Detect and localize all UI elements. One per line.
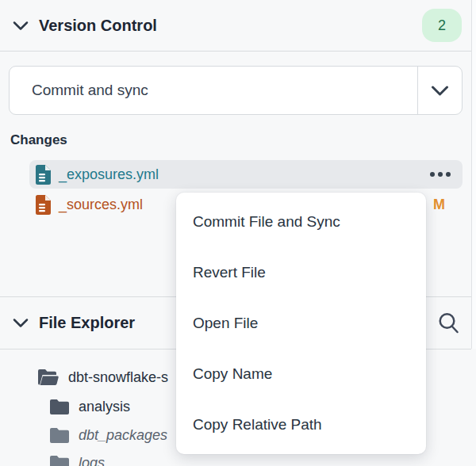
scrollbar-gutter[interactable] [471,0,476,349]
folder-icon [50,456,69,466]
changed-file-row-exposures[interactable]: _exposures.yml [29,160,463,189]
file-context-menu: Commit File and Sync Revert File Open Fi… [176,193,426,454]
tree-item-project-root[interactable]: dbt-snowflake-s [38,365,168,389]
changes-count-badge: 2 [422,9,462,42]
tree-item-label: dbt_packages [79,427,167,444]
tree-item-logs[interactable]: logs [50,451,105,466]
menu-item-copy-name[interactable]: Copy Name [176,349,426,399]
commit-action-dropdown[interactable]: Commit and sync [9,66,463,115]
more-options-icon[interactable] [430,172,451,177]
version-control-title: Version Control [39,17,157,35]
tree-item-dbt-packages[interactable]: dbt_packages [50,423,167,447]
divider [0,51,471,52]
tree-item-label: analysis [79,399,130,415]
tree-item-analysis[interactable]: analysis [50,395,130,418]
version-control-panel: Version Control 2 Commit and sync Change… [0,0,476,466]
commit-action-label[interactable]: Commit and sync [10,67,417,114]
tree-item-label: logs [79,455,105,466]
search-icon[interactable] [436,310,462,337]
menu-item-revert-file[interactable]: Revert File [176,247,426,298]
menu-item-commit-file-and-sync[interactable]: Commit File and Sync [176,197,426,247]
file-explorer-title: File Explorer [39,314,135,332]
changes-section-label: Changes [10,132,67,148]
dropdown-caret-button[interactable] [417,67,462,114]
yml-file-icon [36,165,51,185]
yml-file-icon [36,195,51,215]
folder-open-icon [38,369,59,385]
chevron-down-icon[interactable] [13,318,29,328]
chevron-down-icon[interactable] [13,21,29,31]
modified-status-badge: M [433,197,445,213]
changed-file-name[interactable]: _exposures.yml [59,166,430,183]
chevron-down-icon [431,86,449,96]
version-control-header[interactable]: Version Control 2 [0,0,471,51]
tree-item-label: dbt-snowflake-s [68,369,168,386]
folder-icon [50,428,69,443]
menu-item-copy-relative-path[interactable]: Copy Relative Path [176,399,426,450]
folder-icon [50,399,69,414]
menu-item-open-file[interactable]: Open File [176,298,426,349]
